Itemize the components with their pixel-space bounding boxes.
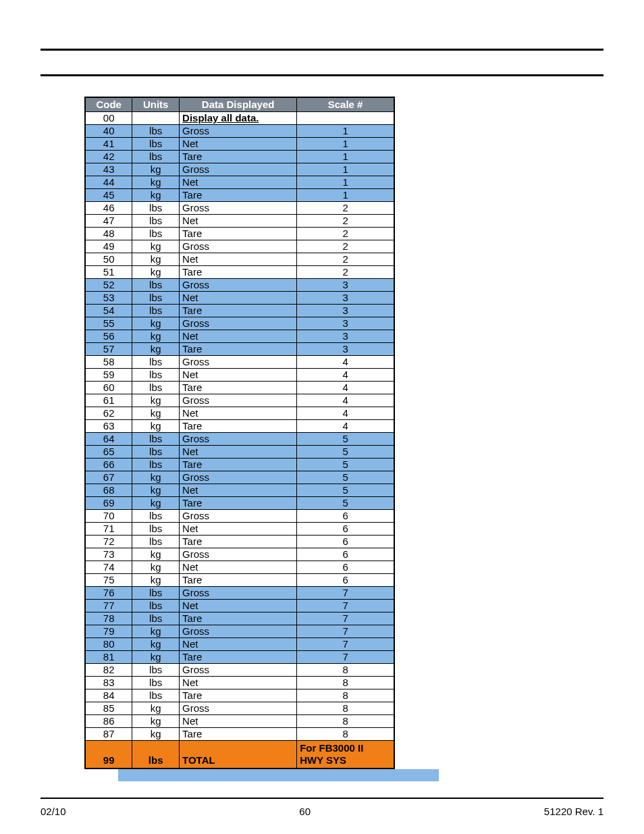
table-row: 45kgTare1 [85,189,394,202]
cell-scale: 7 [297,600,394,613]
table-row: 40lbsGross1 [85,125,394,138]
cell-data: Tare [180,574,297,587]
table-wrap: Code Units Data Displayed Scale # 00 Dis… [84,97,603,781]
cell-code: 40 [85,125,132,138]
table-row: 63kgTare4 [85,420,394,433]
cell-units: lbs [132,202,180,215]
table-row: 48lbsTare2 [85,228,394,240]
table-row: 57kgTare3 [85,343,394,356]
cell-data: Net [180,600,297,613]
cell-code: 45 [85,189,132,202]
table-row: 60lbsTare4 [85,382,394,394]
table-row: 42lbsTare1 [85,151,394,163]
cell-scale: 5 [297,484,394,497]
cell-code: 65 [85,446,132,459]
cell-units: lbs [132,689,180,702]
cell-units: kg [132,471,180,484]
header-code: Code [85,97,132,112]
cell-scale: 1 [297,176,394,189]
table-row: 85kgGross8 [85,702,394,715]
cell-data: Tare [180,343,297,356]
cell-data: Net [180,369,297,382]
table-row: 55kgGross3 [85,317,394,330]
cell-data: Tare [180,382,297,394]
cell-code: 74 [85,561,132,574]
cell-code: 61 [85,394,132,407]
table-header-row: Code Units Data Displayed Scale # [85,97,394,112]
table-row: 47lbsNet2 [85,215,394,228]
cell-code: 86 [85,715,132,728]
cell-data: Net [180,638,297,651]
cell-code: 99 [85,741,132,769]
header-units: Units [132,97,180,112]
table-row: 58lbsGross4 [85,356,394,369]
table-row: 66lbsTare5 [85,459,394,471]
table-row: 51kgTare2 [85,266,394,279]
table-row: 41lbsNet1 [85,138,394,151]
cell-code: 68 [85,484,132,497]
cell-units: kg [132,317,180,330]
cell-code: 63 [85,420,132,433]
cell-scale: 5 [297,497,394,510]
cell-units: lbs [132,228,180,240]
cell-units: kg [132,330,180,343]
table-row: 59lbsNet4 [85,369,394,382]
cell-units: lbs [132,600,180,613]
footer-scale-line2: HWY SYS [300,754,346,766]
cell-code: 53 [85,292,132,305]
cell-units: kg [132,651,180,664]
cell-units: kg [132,497,180,510]
table-row: 44kgNet1 [85,176,394,189]
table-row: 67kgGross5 [85,471,394,484]
table-row: 54lbsTare3 [85,305,394,317]
cell-units: kg [132,625,180,638]
cell-code: 73 [85,548,132,561]
cell-data: Gross [180,433,297,446]
table-row: 49kgGross2 [85,240,394,253]
cell-data: Net [180,215,297,228]
cell-scale: 2 [297,215,394,228]
cell-code: 80 [85,638,132,651]
cell-scale: 7 [297,638,394,651]
cell-data: Net [180,446,297,459]
cell-data: Net [180,715,297,728]
cell-data: Gross [180,240,297,253]
cell-units: kg [132,394,180,407]
cell-units: lbs [132,215,180,228]
cell-data: Net [180,484,297,497]
cell-data: Gross [180,625,297,638]
cell-data: Tare [180,266,297,279]
footer-center: 60 [299,806,311,817]
cell-data: Tare [180,536,297,548]
cell-code: 76 [85,587,132,600]
cell-units: kg [132,561,180,574]
cell-units: kg [132,266,180,279]
cell-data: Gross [180,548,297,561]
cell-code: 69 [85,497,132,510]
cell-scale: 1 [297,151,394,163]
cell-data: Gross [180,664,297,677]
cell-scale: 4 [297,356,394,369]
cell-scale: 1 [297,163,394,176]
table-row: 77lbsNet7 [85,600,394,613]
cell-code: 47 [85,215,132,228]
cell-units: lbs [132,446,180,459]
document-page: Code Units Data Displayed Scale # 00 Dis… [0,0,644,834]
header-scale: Scale # [297,97,394,112]
cell-scale: 2 [297,240,394,253]
cell-units: lbs [132,138,180,151]
table-row: 62kgNet4 [85,407,394,420]
table-row: 50kgNet2 [85,253,394,266]
cell-units: lbs [132,356,180,369]
cell-code: 81 [85,651,132,664]
cell-code: 56 [85,330,132,343]
cell-data: Gross [180,510,297,523]
cell-data: Display all data. [180,112,297,125]
table-row: 68kgNet5 [85,484,394,497]
cell-scale: 6 [297,510,394,523]
table-row: 71lbsNet6 [85,523,394,536]
cell-code: 58 [85,356,132,369]
table-footer-row: 99 lbs TOTAL For FB3000 II HWY SYS [85,741,394,769]
cell-scale: 4 [297,407,394,420]
cell-code: 82 [85,664,132,677]
